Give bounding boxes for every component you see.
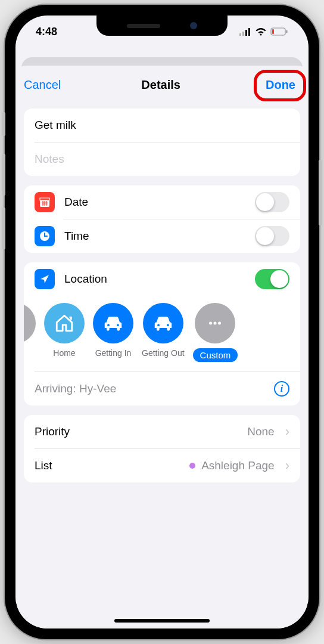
list-color-dot [189, 463, 195, 469]
location-arrow-icon [24, 303, 36, 343]
time-row[interactable]: Time [24, 219, 300, 253]
front-camera [190, 22, 197, 29]
date-toggle[interactable] [255, 192, 289, 212]
option-label: Custom [193, 348, 238, 362]
wifi-icon [255, 27, 267, 36]
svg-point-21 [209, 322, 212, 325]
option-custom[interactable]: Custom [193, 303, 238, 362]
volume-down [2, 208, 5, 249]
battery-icon [270, 27, 288, 36]
svg-point-18 [117, 324, 119, 326]
option-label: Getting Out [142, 348, 185, 358]
location-label: Location [64, 273, 107, 286]
svg-point-17 [107, 324, 110, 326]
car-icon [93, 303, 133, 343]
status-time: 4:48 [36, 26, 57, 38]
list-row[interactable]: List Ashleigh Page › [24, 449, 300, 482]
svg-rect-3 [248, 28, 250, 36]
svg-rect-1 [242, 32, 244, 36]
svg-rect-6 [286, 30, 288, 33]
svg-point-19 [157, 324, 160, 326]
house-icon [44, 303, 85, 343]
date-time-card: Date Time [24, 185, 300, 253]
power-button [319, 160, 322, 225]
page-title: Details [141, 78, 180, 92]
option-home[interactable]: Home [44, 303, 85, 358]
volume-up [2, 154, 5, 196]
option-getting-out[interactable]: Getting Out [142, 303, 185, 358]
chevron-right-icon: › [285, 458, 289, 473]
arriving-label: Arriving: [35, 382, 76, 395]
option-current[interactable]: ent [24, 303, 36, 358]
notes-placeholder: Notes [35, 153, 64, 166]
svg-rect-5 [272, 29, 274, 34]
details-sheet: Cancel Details Done Get milk Notes [15, 66, 309, 628]
reminder-title-value: Get milk [35, 119, 76, 132]
chevron-right-icon: › [285, 424, 289, 439]
location-toggle[interactable] [255, 269, 289, 289]
title-notes-card: Get milk Notes [24, 109, 300, 176]
time-toggle[interactable] [255, 226, 289, 246]
nav-bar: Cancel Details Done [24, 66, 300, 104]
notes-input[interactable]: Notes [24, 143, 300, 176]
priority-label: Priority [35, 425, 70, 438]
svg-point-20 [167, 324, 169, 326]
svg-rect-8 [40, 198, 49, 200]
priority-row[interactable]: Priority None › [24, 415, 300, 448]
arriving-row[interactable]: Arriving: Hy-Vee i [24, 372, 300, 405]
date-label: Date [64, 196, 88, 209]
info-icon[interactable]: i [274, 381, 289, 397]
clock-icon [35, 226, 55, 246]
location-card: Location ent Home [24, 262, 300, 405]
notch [96, 16, 228, 36]
location-arrow-icon [35, 269, 55, 289]
svg-rect-2 [245, 30, 247, 36]
home-indicator[interactable] [114, 619, 210, 623]
cellular-icon [239, 28, 251, 36]
cancel-button[interactable]: Cancel [24, 78, 61, 92]
phone-frame: 4:48 Cancel Details Done [5, 5, 319, 639]
calendar-icon [35, 192, 55, 212]
option-label: Getting In [95, 348, 132, 358]
svg-point-22 [214, 322, 217, 325]
location-row[interactable]: Location [24, 262, 300, 296]
ellipsis-icon [195, 303, 235, 343]
svg-rect-0 [239, 33, 241, 36]
option-label: Home [53, 348, 75, 358]
location-options-scroller[interactable]: ent Home Getting In [24, 296, 300, 371]
arriving-value: Hy-Vee [79, 382, 116, 395]
done-button[interactable]: Done [261, 75, 300, 95]
priority-list-card: Priority None › List Ashleigh Page › [24, 415, 300, 482]
highlight-annotation [254, 70, 306, 101]
list-label: List [35, 459, 52, 472]
reminder-title-input[interactable]: Get milk [24, 109, 300, 142]
screen: 4:48 Cancel Details Done [15, 16, 309, 628]
priority-value: None [247, 425, 274, 438]
option-getting-in[interactable]: Getting In [93, 303, 133, 358]
list-value: Ashleigh Page [201, 459, 275, 472]
time-label: Time [64, 230, 89, 243]
svg-point-23 [218, 322, 221, 325]
mute-switch [2, 112, 5, 136]
date-row[interactable]: Date [24, 185, 300, 219]
car-icon [143, 303, 183, 343]
earpiece-speaker [127, 24, 160, 28]
